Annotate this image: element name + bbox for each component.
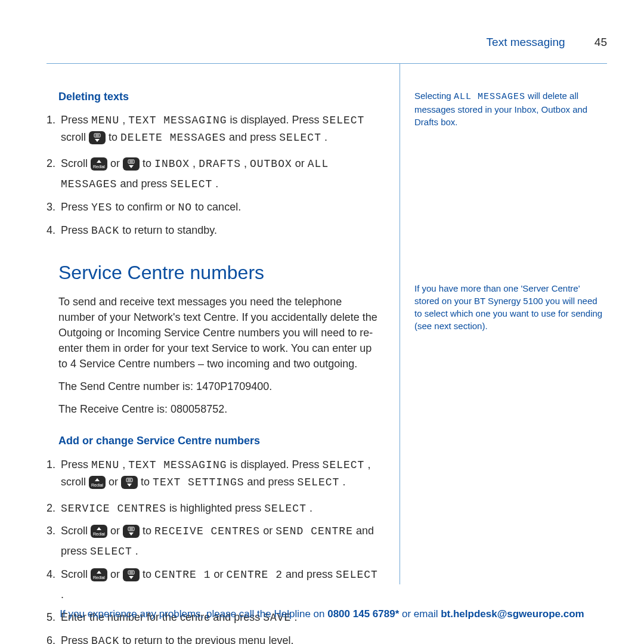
page-header: Text messaging 45 — [487, 35, 607, 50]
receive-centre-number: The Receive Centre is: 080058752. — [58, 401, 380, 417]
page-number: 45 — [595, 36, 607, 48]
phonebook-down-key-icon — [121, 476, 138, 494]
helpline-phone: 0800 145 6789* — [327, 608, 399, 620]
redial-up-key-icon — [91, 157, 107, 176]
redial-up-key-icon — [91, 525, 107, 543]
list-item: Press BACK to return to the previous men… — [58, 633, 380, 644]
deleting-texts-steps: Press MENU , TEXT MESSAGING is displayed… — [47, 112, 380, 239]
subheading-deleting-texts: Deleting texts — [58, 89, 380, 104]
sidebar-note-all-messages: Selecting ALL MESSAGES will delete all m… — [414, 89, 605, 128]
phonebook-down-key-icon — [123, 157, 140, 176]
helpline-email: bt.helpdesk@sgweurope.com — [441, 608, 584, 620]
service-centre-intro: To send and receive text messages you ne… — [58, 294, 380, 371]
list-item: Press YES to confirm or NO to cancel. — [58, 199, 380, 216]
section-title: Text messaging — [487, 36, 565, 48]
horizontal-rule — [47, 63, 607, 64]
helpline-footer: If you experience any problems, please c… — [0, 608, 644, 621]
phonebook-down-key-icon — [123, 525, 140, 543]
list-item: SERVICE CENTRES is highlighted press SEL… — [58, 500, 380, 518]
sidebar-column: Selecting ALL MESSAGES will delete all m… — [414, 89, 605, 332]
list-item: Press MENU , TEXT MESSAGING is displayed… — [58, 112, 380, 150]
list-item: Scroll or to CENTRE 1 or CENTRE 2 and pr… — [58, 566, 380, 603]
redial-up-key-icon — [89, 476, 106, 494]
send-centre-number: The Send Centre number is: 1470P1709400. — [58, 379, 380, 394]
heading-service-centre-numbers: Service Centre numbers — [58, 260, 380, 286]
main-column: Deleting texts Press MENU , TEXT MESSAGI… — [47, 89, 380, 644]
phonebook-down-key-icon — [89, 131, 106, 150]
sidebar-note-server-centre: If you have more than one 'Server Centre… — [414, 282, 605, 332]
list-item: Press BACK to return to standby. — [58, 222, 380, 240]
list-item: Scroll or to INBOX , DRAFTS , OUTBOX or … — [58, 156, 380, 193]
redial-up-key-icon — [91, 568, 107, 587]
phonebook-down-key-icon — [123, 568, 140, 587]
vertical-divider — [400, 63, 400, 584]
list-item: Press MENU , TEXT MESSAGING is displayed… — [58, 457, 380, 494]
list-item: Scroll or to RECEIVE CENTRES or SEND CEN… — [58, 523, 380, 561]
subheading-add-change-service-centre: Add or change Service Centre numbers — [58, 434, 380, 448]
